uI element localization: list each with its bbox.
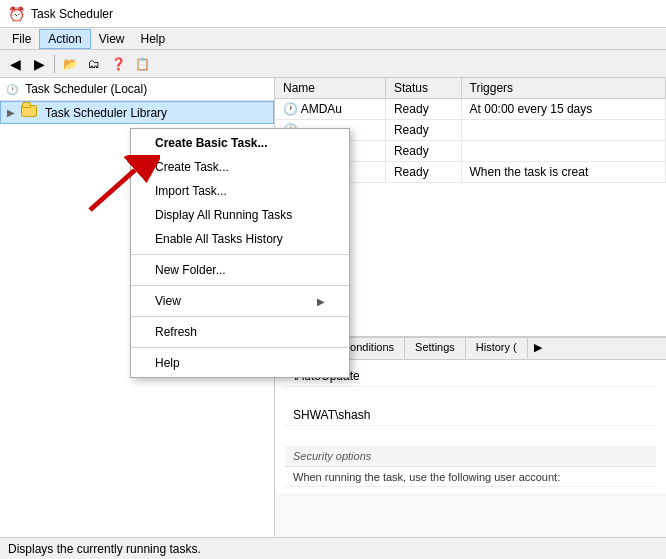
menu-file[interactable]: File (4, 30, 39, 48)
tab-history[interactable]: History ( (466, 338, 528, 359)
security-detail: When running the task, use the following… (285, 467, 656, 487)
bottom-content: \AutoUpdate SHWAT\shash Security options… (275, 360, 666, 493)
tree-item-library[interactable]: ▶ Task Scheduler Library (0, 101, 274, 124)
task-triggers (461, 141, 665, 162)
ctx-display-running[interactable]: Display All Running Tasks (131, 203, 349, 227)
toolbar: ◀ ▶ 📂 🗂 ❓ 📋 (0, 50, 666, 78)
user-label: SHWAT\shash (293, 408, 370, 422)
task-name: 🕐 AMDAu (275, 99, 385, 120)
status-bar: Displays the currently running tasks. (0, 537, 666, 559)
task-icon: 🕐 (283, 102, 298, 116)
app-icon: ⏰ (8, 6, 25, 22)
forward-button[interactable]: ▶ (28, 53, 50, 75)
status-text: Displays the currently running tasks. (8, 542, 201, 556)
ctx-create-basic-task[interactable]: Create Basic Task... (131, 131, 349, 155)
folder-icon (21, 105, 37, 120)
menu-view[interactable]: View (91, 30, 133, 48)
spacer2 (285, 426, 656, 446)
detail-row-user: SHWAT\shash (285, 405, 656, 426)
context-menu: Create Basic Task... Create Task... Impo… (130, 128, 350, 378)
col-triggers[interactable]: Triggers (461, 78, 665, 99)
table-row[interactable]: 🕐 AMDAu Ready At 00:00 every 15 days (275, 99, 666, 120)
menu-bar: File Action View Help (0, 28, 666, 50)
ctx-import-task[interactable]: Import Task... (131, 179, 349, 203)
task-triggers: When the task is creat (461, 162, 665, 183)
title-bar: ⏰ Task Scheduler (0, 0, 666, 28)
spacer (285, 387, 656, 405)
toolbar-separator (54, 55, 55, 73)
folder-open-button[interactable]: 📂 (59, 53, 81, 75)
task-status: Ready (385, 120, 461, 141)
ctx-enable-history[interactable]: Enable All Tasks History (131, 227, 349, 251)
tab-settings[interactable]: Settings (405, 338, 466, 359)
task-status: Ready (385, 162, 461, 183)
ctx-separator-2 (131, 285, 349, 286)
col-name[interactable]: Name (275, 78, 385, 99)
ctx-separator-3 (131, 316, 349, 317)
ctx-help[interactable]: Help (131, 351, 349, 375)
ctx-separator-1 (131, 254, 349, 255)
task-status: Ready (385, 141, 461, 162)
back-button[interactable]: ◀ (4, 53, 26, 75)
ctx-new-folder[interactable]: New Folder... (131, 258, 349, 282)
ctx-view[interactable]: View ▶ (131, 289, 349, 313)
ctx-separator-4 (131, 347, 349, 348)
help-button[interactable]: ❓ (107, 53, 129, 75)
app-title: Task Scheduler (31, 7, 113, 21)
folder-button[interactable]: 🗂 (83, 53, 105, 75)
tree-expand-arrow: ▶ (7, 107, 17, 118)
menu-action[interactable]: Action (39, 29, 90, 49)
col-status[interactable]: Status (385, 78, 461, 99)
task-status: Ready (385, 99, 461, 120)
ctx-view-arrow: ▶ (317, 296, 325, 307)
tab-arrow-right[interactable]: ▶ (528, 338, 548, 359)
tree-root-label: Task Scheduler (Local) (25, 82, 147, 96)
ctx-refresh[interactable]: Refresh (131, 320, 349, 344)
security-section-label: Security options (285, 446, 656, 467)
properties-button[interactable]: 📋 (131, 53, 153, 75)
ctx-create-task[interactable]: Create Task... (131, 155, 349, 179)
menu-help[interactable]: Help (133, 30, 174, 48)
tree-item-label: Task Scheduler Library (45, 106, 167, 120)
tree-header: 🕐 Task Scheduler (Local) (0, 78, 274, 101)
task-triggers (461, 120, 665, 141)
task-triggers: At 00:00 every 15 days (461, 99, 665, 120)
